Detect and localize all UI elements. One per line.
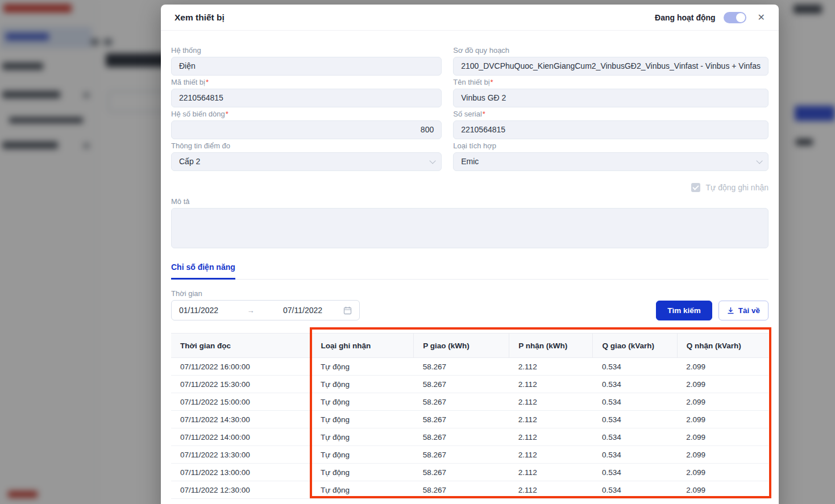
table-row: 07/11/2022 14:30:00Tự động58.2672.1120.5…: [171, 411, 768, 428]
chevron-down-icon: [756, 157, 762, 164]
search-button[interactable]: Tìm kiếm: [656, 301, 712, 320]
auto-record-row: Tự động ghi nhận: [171, 182, 768, 193]
field-he-thong: Hệ thống Điện: [171, 46, 442, 76]
close-icon[interactable]: ✕: [758, 12, 765, 23]
col-header-p-giao: P giao (kWh): [414, 334, 509, 358]
field-so-serial: Số serial* 2210564815: [453, 110, 768, 139]
so-serial-label: Số serial: [453, 110, 482, 118]
table-row-partial: [171, 499, 768, 504]
table-row: 07/11/2022 15:30:00Tự động58.2672.1120.5…: [171, 376, 768, 393]
loai-tich-hop-label: Loại tích hợp: [453, 141, 496, 150]
ten-thiet-bi-label: Tên thiết bị: [453, 78, 489, 86]
field-thong-tin-diem-do: Thông tin điểm đo Cấp 2: [171, 141, 442, 171]
ma-thiet-bi-input: 2210564815: [171, 89, 442, 107]
date-range-picker[interactable]: 01/11/2022 → 07/11/2022: [171, 300, 360, 320]
device-view-modal: Xem thiết bị Đang hoạt động ✕ Hệ thống Đ…: [161, 5, 779, 504]
field-so-do-quy-hoach: Sơ đồ quy hoạch 2100_DVCPhuQuoc_KienGian…: [453, 46, 768, 76]
ten-thiet-bi-input: Vinbus GĐ 2: [453, 89, 768, 107]
calendar-icon: [343, 306, 352, 315]
table-row: 07/11/2022 13:30:00Tự động58.2672.1120.5…: [171, 446, 768, 464]
ma-thiet-bi-label: Mã thiết bị: [171, 78, 205, 86]
loai-tich-hop-select: Emic: [453, 152, 768, 171]
col-header-p-nhan: P nhận (kWh): [509, 334, 593, 358]
download-icon: [727, 307, 734, 314]
modal-body: Hệ thống Điện Sơ đồ quy hoạch 2100_DVCPh…: [161, 31, 779, 504]
he-so-bien-dong-label: Hệ số biến dòng: [171, 110, 225, 118]
table-header-row: Thời gian đọc Loại ghi nhận P giao (kWh)…: [171, 334, 768, 358]
table-row: 07/11/2022 15:00:00Tự động58.2672.1120.5…: [171, 393, 768, 411]
col-header-thoi-gian-doc: Thời gian đọc: [171, 334, 311, 358]
thong-tin-diem-do-select: Cấp 2: [171, 152, 442, 171]
required-asterisk: *: [226, 110, 229, 118]
chevron-down-icon: [430, 157, 436, 164]
mo-ta-label: Mô tả: [171, 197, 190, 206]
auto-record-checkbox: [691, 183, 700, 192]
readings-table: Thời gian đọc Loại ghi nhận P giao (kWh)…: [171, 333, 768, 504]
page: Xem thiết bị Đang hoạt động ✕ Hệ thống Đ…: [0, 0, 835, 504]
col-header-loai-ghi-nhan: Loại ghi nhận: [311, 334, 414, 358]
col-header-q-nhan: Q nhận (kVarh): [677, 334, 768, 358]
so-do-quy-hoach-label: Sơ đồ quy hoạch: [453, 46, 509, 55]
toggle-knob: [736, 13, 745, 22]
field-loai-tich-hop: Loại tích hợp Emic: [453, 141, 768, 171]
modal-header: Xem thiết bị Đang hoạt động ✕: [161, 5, 779, 31]
date-end-input[interactable]: 07/11/2022: [283, 306, 339, 315]
required-asterisk: *: [491, 78, 493, 86]
auto-record-label: Tự động ghi nhận: [705, 183, 768, 192]
download-button[interactable]: Tải về: [718, 301, 768, 320]
he-thong-input: Điện: [171, 57, 442, 76]
field-ma-thiet-bi: Mã thiết bị* 2210564815: [171, 78, 442, 107]
status-label: Đang hoạt động: [655, 13, 716, 22]
mo-ta-textarea: [171, 208, 768, 248]
so-do-quy-hoach-input: 2100_DVCPhuQuoc_KienGiangCum2_VinbusGĐ2_…: [453, 57, 768, 76]
table-row: 07/11/2022 16:00:00Tự động58.2672.1120.5…: [171, 358, 768, 376]
he-thong-label: Hệ thống: [171, 46, 201, 55]
required-asterisk: *: [483, 110, 485, 118]
status-toggle[interactable]: [724, 12, 746, 23]
tab-bar: Chỉ số điện năng: [171, 262, 768, 280]
so-serial-input: 2210564815: [453, 120, 768, 139]
device-form: Hệ thống Điện Sơ đồ quy hoạch 2100_DVCPh…: [171, 46, 768, 171]
filter-row: Thời gian 01/11/2022 → 07/11/2022: [171, 289, 768, 320]
tab-chi-so-dien-nang[interactable]: Chỉ số điện năng: [171, 263, 235, 280]
modal-title: Xem thiết bị: [175, 13, 225, 23]
date-start-input[interactable]: 01/11/2022: [179, 306, 218, 315]
time-label: Thời gian: [171, 289, 202, 298]
he-so-bien-dong-input: 800: [171, 120, 442, 139]
required-asterisk: *: [206, 78, 209, 86]
field-he-so-bien-dong: Hệ số biến dòng* 800: [171, 110, 442, 139]
loai-tich-hop-value: Emic: [461, 153, 479, 170]
field-mo-ta: Mô tả: [171, 197, 768, 248]
col-header-q-giao: Q giao (kVarh): [593, 334, 677, 358]
arrow-right-icon: →: [223, 306, 279, 315]
table-row: 07/11/2022 13:00:00Tự động58.2672.1120.5…: [171, 464, 768, 481]
field-ten-thiet-bi: Tên thiết bị* Vinbus GĐ 2: [453, 78, 768, 107]
thong-tin-diem-do-label: Thông tin điểm đo: [171, 141, 230, 150]
thong-tin-diem-do-value: Cấp 2: [179, 153, 200, 170]
table-row: 07/11/2022 14:00:00Tự động58.2672.1120.5…: [171, 428, 768, 446]
table-row: 07/11/2022 12:30:00Tự động58.2672.1120.5…: [171, 481, 768, 499]
